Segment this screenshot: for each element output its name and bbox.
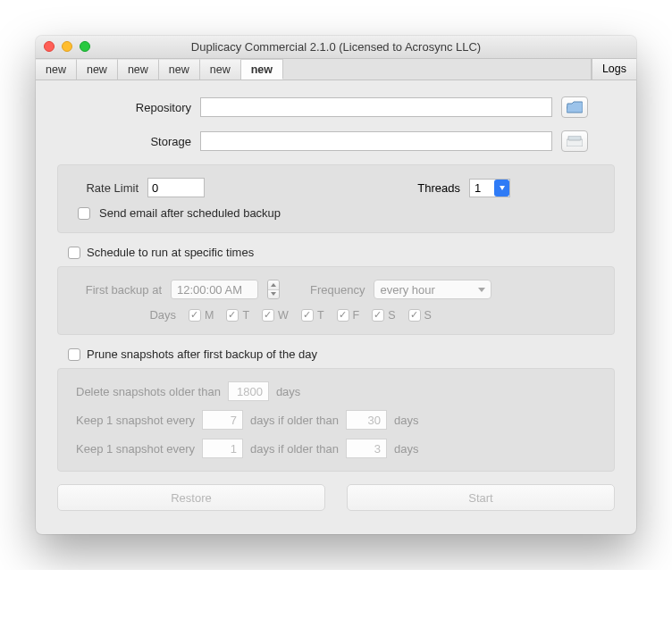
day-tue-checkbox[interactable] xyxy=(226,309,239,322)
svg-rect-1 xyxy=(568,136,581,140)
threads-select[interactable]: 1 xyxy=(469,179,510,197)
prune-l1a: Delete snapshots older than xyxy=(76,385,221,398)
day-fri: F xyxy=(353,309,360,322)
window-title: Duplicacy Commercial 2.1.0 (Licensed to … xyxy=(36,36,636,59)
app-window: Duplicacy Commercial 2.1.0 (Licensed to … xyxy=(36,36,636,534)
stepper-up-icon xyxy=(268,280,279,290)
prune-l3c: days xyxy=(394,442,418,456)
frequency-label: Frequency xyxy=(310,283,365,297)
day-mon-checkbox[interactable] xyxy=(189,309,201,322)
rate-limit-label: Rate Limit xyxy=(72,181,139,195)
schedule-panel: First backup at 12:00:00 AM Frequency ev… xyxy=(57,266,615,335)
threads-label: Threads xyxy=(417,181,460,195)
email-checkbox[interactable] xyxy=(78,207,90,220)
tab-3[interactable]: new xyxy=(159,59,200,80)
repository-browse-button[interactable] xyxy=(561,96,588,118)
minimize-icon[interactable] xyxy=(62,41,72,52)
limits-panel: Rate Limit Threads 1 Send email after sc… xyxy=(57,164,615,233)
frequency-select[interactable]: every hour xyxy=(374,280,491,299)
email-checkbox-label: Send email after scheduled backup xyxy=(99,206,281,220)
storage-input[interactable] xyxy=(200,131,552,151)
restore-button[interactable]: Restore xyxy=(57,484,325,511)
tab-0[interactable]: new xyxy=(36,59,77,80)
tab-5-active[interactable]: new xyxy=(241,59,283,80)
days-label: Days xyxy=(140,308,176,322)
prune-l2c: days xyxy=(394,414,418,427)
start-button[interactable]: Start xyxy=(347,484,615,511)
prune-l3a: Keep 1 snapshot every xyxy=(76,442,195,456)
storage-browse-button[interactable] xyxy=(561,130,588,152)
day-fri-checkbox[interactable] xyxy=(337,309,349,322)
day-sat-checkbox[interactable] xyxy=(372,309,384,322)
stepper-down-icon xyxy=(268,290,279,299)
storage-label: Storage xyxy=(120,135,191,148)
prune-input-3[interactable] xyxy=(346,410,387,430)
prune-checkbox-label: Prune snapshots after first backup of th… xyxy=(87,347,317,361)
tabbar: new new new new new new Logs xyxy=(36,59,636,80)
repository-input[interactable] xyxy=(200,97,552,117)
prune-l3b: days if older than xyxy=(250,442,339,456)
repository-label: Repository xyxy=(120,101,191,114)
drive-icon xyxy=(567,136,583,146)
chevron-down-icon xyxy=(494,180,509,197)
frequency-value: every hour xyxy=(380,283,434,297)
day-sun: S xyxy=(424,309,432,322)
zoom-icon[interactable] xyxy=(80,41,90,52)
day-mon: M xyxy=(205,309,214,322)
first-backup-value: 12:00:00 AM xyxy=(177,283,242,297)
rate-limit-input[interactable] xyxy=(147,178,205,197)
day-tue: T xyxy=(242,309,249,322)
window-controls xyxy=(44,41,90,52)
prune-checkbox[interactable] xyxy=(68,348,80,361)
tab-logs[interactable]: Logs xyxy=(592,59,636,80)
folder-icon xyxy=(567,101,583,113)
tab-1[interactable]: new xyxy=(77,59,118,80)
first-backup-time[interactable]: 12:00:00 AM xyxy=(171,280,258,299)
prune-input-5[interactable] xyxy=(346,439,387,458)
tab-spacer xyxy=(283,59,592,80)
tab-2[interactable]: new xyxy=(118,59,159,80)
close-icon[interactable] xyxy=(44,41,55,52)
content: Repository Storage Rate Limit xyxy=(36,80,636,534)
prune-l1b: days xyxy=(276,385,300,398)
prune-l2a: Keep 1 snapshot every xyxy=(76,414,195,427)
prune-panel: Delete snapshots older than days Keep 1 … xyxy=(57,368,615,472)
day-sun-checkbox[interactable] xyxy=(408,309,421,322)
prune-input-4[interactable] xyxy=(202,439,243,458)
tab-4[interactable]: new xyxy=(200,59,241,80)
titlebar: Duplicacy Commercial 2.1.0 (Licensed to … xyxy=(36,36,636,59)
day-sat: S xyxy=(388,309,395,322)
prune-l2b: days if older than xyxy=(250,414,339,427)
day-thu-checkbox[interactable] xyxy=(301,309,314,322)
day-wed: W xyxy=(278,309,289,322)
time-stepper[interactable] xyxy=(267,280,280,299)
schedule-checkbox[interactable] xyxy=(68,247,80,259)
first-backup-label: First backup at xyxy=(72,283,162,297)
button-row: Restore Start xyxy=(57,484,615,511)
prune-input-1[interactable] xyxy=(228,381,269,401)
threads-value: 1 xyxy=(470,181,494,195)
prune-input-2[interactable] xyxy=(202,410,243,430)
days-row: Days M T W T F S S xyxy=(140,308,600,322)
day-thu: T xyxy=(317,309,324,322)
day-wed-checkbox[interactable] xyxy=(262,309,274,322)
schedule-checkbox-label: Schedule to run at specific times xyxy=(87,246,254,259)
